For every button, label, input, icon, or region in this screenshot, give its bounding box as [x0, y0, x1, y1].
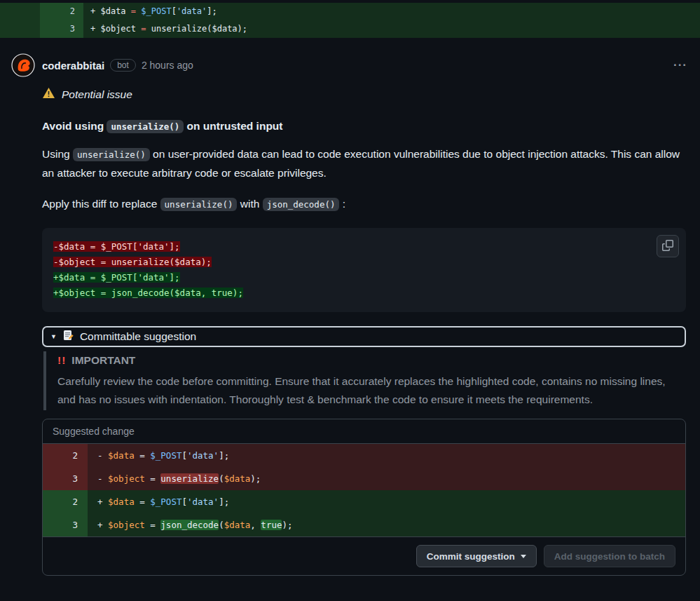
code-token: [ — [172, 6, 177, 16]
important-text: Carefully review the code before committ… — [57, 372, 686, 409]
committable-suggestion-toggle[interactable]: ▼ Committable suggestion — [42, 326, 686, 347]
coderabbit-avatar[interactable] — [11, 53, 35, 77]
code-token: 'data' — [187, 497, 219, 507]
important-label: IMPORTANT — [71, 354, 135, 367]
code-token: json_decode — [160, 520, 219, 530]
line-number: 2 — [43, 490, 88, 513]
code-token: $data — [224, 473, 251, 484]
heading-text: Avoid using — [42, 120, 107, 132]
copy-button[interactable] — [657, 235, 679, 257]
code-line-text: -$object = unserialize($data); — [53, 257, 212, 267]
commit-suggestion-button[interactable]: Commit suggestion — [416, 545, 537, 567]
warning-icon — [42, 87, 55, 102]
diff-sign: - — [97, 473, 108, 484]
copy-icon — [662, 240, 673, 253]
heading-text: on untrusted input — [184, 120, 282, 132]
code-token: [ — [181, 450, 187, 461]
inline-code: unserialize() — [73, 148, 150, 161]
suggestion-code-line: + $object = json_decode($data, true); — [88, 513, 685, 536]
code-token: $_POST — [150, 497, 181, 507]
kebab-menu-icon[interactable]: ··· — [673, 58, 687, 72]
code-token: , — [250, 520, 256, 530]
code-line-text: -$data = $_POST['data']; — [53, 241, 180, 252]
batch-button-label: Add suggestion to batch — [554, 551, 665, 562]
apply-text: with — [237, 198, 262, 210]
old-line-number[interactable] — [0, 20, 40, 38]
code-token: $_POST — [150, 450, 181, 461]
issue-type-line: Potential issue — [42, 87, 686, 102]
comment-timestamp[interactable]: 2 hours ago — [142, 60, 193, 71]
issue-description: Using unserialize() on user-provided dat… — [42, 145, 686, 182]
code-token: $_POST — [141, 6, 171, 16]
old-line-number[interactable] — [0, 3, 40, 20]
new-line-number[interactable]: 2 — [40, 3, 83, 20]
suggestion-code-line: - $object = unserialize($data); — [88, 467, 685, 490]
code-token — [146, 24, 151, 34]
suggested-change-block: Suggested change 2- $data = $_POST['data… — [42, 419, 686, 576]
code-token: $object — [108, 473, 145, 484]
code-token: 'data' — [177, 6, 207, 16]
code-token: true — [261, 520, 282, 530]
code-token — [126, 6, 131, 16]
diff-sign: + — [90, 24, 100, 34]
diff-sign: + — [97, 520, 108, 530]
code-token: $data — [108, 450, 135, 461]
code-token: ]; — [207, 6, 217, 16]
dropdown-caret-icon — [521, 555, 526, 558]
suggested-change-header: Suggested change — [43, 419, 685, 444]
issue-heading: Avoid using unserialize() on untrusted i… — [42, 120, 686, 133]
diff-code-block: -$data = $_POST['data'];-$object = unser… — [42, 228, 686, 312]
bot-badge: bot — [110, 59, 136, 72]
code-token: = — [145, 520, 161, 530]
code-token: $data — [224, 520, 251, 530]
code-token: [ — [181, 497, 187, 507]
disclosure-triangle-icon: ▼ — [50, 333, 57, 340]
memo-icon — [63, 330, 74, 344]
add-suggestion-to-batch-button[interactable]: Add suggestion to batch — [544, 545, 675, 567]
committable-suggestion-label: Committable suggestion — [80, 330, 196, 343]
code-token: $data — [212, 24, 237, 34]
new-line-number[interactable]: 3 — [40, 20, 83, 38]
line-number: 2 — [43, 444, 88, 467]
comment-author[interactable]: coderabbitai — [42, 60, 104, 72]
suggestion-code-line: + $data = $_POST['data']; — [88, 490, 685, 513]
code-token: ( — [219, 520, 224, 530]
comment-body: Potential issue Avoid using unserialize(… — [0, 87, 700, 576]
code-line: -$object = unserialize($data); — [53, 255, 675, 270]
suggestion-diff-row: 3+ $object = json_decode($data, true); — [43, 513, 685, 536]
diff-code-lines: -$data = $_POST['data'];-$object = unser… — [53, 239, 675, 301]
apply-diff-line: Apply this diff to replace unserialize()… — [42, 195, 686, 214]
code-line-text: +$data = $_POST['data']; — [53, 272, 180, 283]
suggestion-diff-rows: 2- $data = $_POST['data'];3- $object = u… — [43, 444, 685, 536]
diff-sign: + — [90, 6, 100, 16]
code-token: ); — [238, 24, 247, 34]
line-number: 3 — [43, 467, 88, 490]
code-token: 'data' — [187, 450, 219, 461]
suggestion-code-line: - $data = $_POST['data']; — [88, 444, 685, 467]
inline-code: unserialize() — [160, 198, 238, 211]
important-note-block: !! IMPORTANT Carefully review the code b… — [43, 351, 686, 410]
code-token: ]; — [219, 497, 229, 507]
code-token: $data — [100, 6, 125, 16]
code-token: unserialize — [160, 473, 219, 484]
code-token: = — [135, 450, 151, 461]
code-token: ]; — [219, 450, 229, 461]
inline-code: json_decode() — [263, 198, 340, 211]
inline-code: unserialize() — [107, 120, 184, 133]
code-token: $object — [100, 24, 136, 34]
line-number: 3 — [43, 513, 88, 536]
apply-text: : — [339, 198, 345, 210]
code-line: +$data = $_POST['data']; — [53, 270, 675, 285]
code-token: $data — [108, 497, 135, 507]
code-token: unserialize — [151, 24, 207, 34]
warning-label: Potential issue — [62, 88, 132, 101]
code-token: ); — [282, 520, 292, 530]
top-diff: 2+ $data = $_POST['data'];3+ $object = u… — [0, 0, 700, 38]
code-line: -$data = $_POST['data']; — [53, 239, 675, 255]
code-line: +$object = json_decode($data, true); — [53, 285, 675, 301]
apply-text: Apply this diff to replace — [42, 198, 160, 210]
comment-header: coderabbitai bot 2 hours ago ··· — [0, 38, 700, 77]
code-token: = — [135, 497, 151, 507]
code-token: ); — [250, 473, 261, 484]
code-token: ( — [219, 473, 224, 484]
